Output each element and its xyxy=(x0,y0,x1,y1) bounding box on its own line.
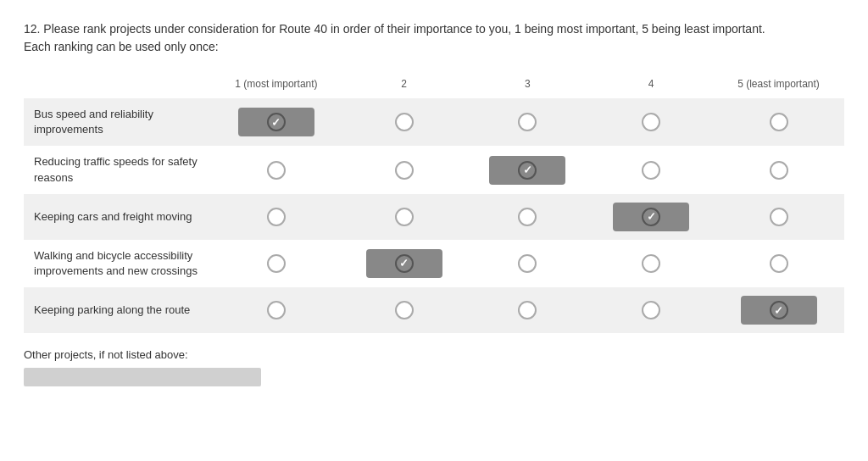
radio-cell-row3-col2[interactable]: ✓ xyxy=(342,240,466,287)
radio-unselected-icon xyxy=(642,113,660,131)
radio-cell-row0-col3[interactable] xyxy=(466,98,590,146)
radio-unselected-icon xyxy=(395,161,414,180)
radio-cell-row4-col2[interactable] xyxy=(342,287,466,333)
radio-plain-row3-col5[interactable] xyxy=(720,254,837,273)
radio-cell-row2-col4[interactable]: ✓ xyxy=(589,194,713,240)
radio-cell-row4-col3[interactable] xyxy=(466,287,590,333)
radio-plain-row4-col4[interactable] xyxy=(596,301,706,319)
radio-cell-row2-col3[interactable] xyxy=(466,194,590,240)
radio-cell-row2-col5[interactable] xyxy=(713,194,844,240)
radio-unselected-icon xyxy=(395,301,414,319)
radio-pill-row0-col1[interactable]: ✓ xyxy=(217,108,336,136)
radio-cell-row1-col1[interactable] xyxy=(210,146,342,193)
radio-plain-row4-col2[interactable] xyxy=(349,301,459,319)
radio-plain-row0-col2[interactable] xyxy=(349,113,459,131)
radio-plain-row0-col4[interactable] xyxy=(596,113,706,131)
radio-pill-row4-col5[interactable]: ✓ xyxy=(720,296,837,325)
radio-cell-row0-col4[interactable] xyxy=(589,98,713,146)
table-row: Keeping parking along the route✓ xyxy=(24,287,844,333)
other-label: Other projects, if not listed above: xyxy=(24,348,844,361)
radio-plain-row4-col3[interactable] xyxy=(473,301,583,319)
radio-plain-row4-col1[interactable] xyxy=(217,301,336,319)
radio-unselected-icon xyxy=(267,301,286,319)
ranking-table: 1 (most important)2345 (least important)… xyxy=(24,73,844,333)
radio-plain-row3-col1[interactable] xyxy=(217,254,336,273)
radio-cell-row0-col1[interactable]: ✓ xyxy=(210,98,342,146)
radio-plain-row0-col5[interactable] xyxy=(720,113,837,131)
column-header-1: 1 (most important) xyxy=(210,73,342,98)
radio-unselected-icon xyxy=(267,254,286,273)
radio-cell-row3-col3[interactable] xyxy=(466,240,590,287)
radio-cell-row0-col2[interactable] xyxy=(342,98,466,146)
radio-unselected-icon xyxy=(770,161,788,180)
radio-cell-row3-col4[interactable] xyxy=(589,240,713,287)
radio-plain-row2-col2[interactable] xyxy=(349,208,459,226)
other-input-bar[interactable] xyxy=(24,368,261,386)
pill-box[interactable]: ✓ xyxy=(238,108,314,136)
radio-plain-row1-col4[interactable] xyxy=(596,161,706,180)
row-label-0: Bus speed and reliability improvements xyxy=(24,98,210,146)
row-label-1: Reducing traffic speeds for safety reaso… xyxy=(24,146,210,193)
column-header-2: 2 xyxy=(342,73,466,98)
radio-cell-row2-col2[interactable] xyxy=(342,194,466,240)
radio-pill-row2-col4[interactable]: ✓ xyxy=(596,203,706,231)
checkmark-icon: ✓ xyxy=(399,258,409,269)
row-label-2: Keeping cars and freight moving xyxy=(24,194,210,240)
radio-selected-icon: ✓ xyxy=(267,113,286,131)
column-header-5: 5 (least important) xyxy=(713,73,844,98)
pill-box[interactable]: ✓ xyxy=(613,203,689,231)
radio-plain-row2-col5[interactable] xyxy=(720,208,837,226)
radio-unselected-icon xyxy=(770,208,788,226)
radio-unselected-icon xyxy=(642,161,660,180)
radio-selected-icon: ✓ xyxy=(395,254,414,273)
column-header-3: 3 xyxy=(466,73,590,98)
checkmark-icon: ✓ xyxy=(271,117,281,128)
radio-unselected-icon xyxy=(770,254,788,273)
checkmark-icon: ✓ xyxy=(647,211,656,222)
radio-cell-row4-col5[interactable]: ✓ xyxy=(713,287,844,333)
table-row: Keeping cars and freight moving✓ xyxy=(24,194,844,240)
radio-cell-row1-col3[interactable]: ✓ xyxy=(466,146,590,193)
radio-plain-row0-col3[interactable] xyxy=(473,113,583,131)
radio-unselected-icon xyxy=(395,113,414,131)
column-header-label xyxy=(24,73,210,98)
radio-plain-row1-col2[interactable] xyxy=(349,161,459,180)
checkmark-icon: ✓ xyxy=(774,305,783,316)
radio-unselected-icon xyxy=(518,113,537,131)
radio-unselected-icon xyxy=(267,161,286,180)
radio-cell-row2-col1[interactable] xyxy=(210,194,342,240)
question-text: 12. Please rank projects under considera… xyxy=(24,20,787,56)
radio-unselected-icon xyxy=(518,301,537,319)
radio-selected-icon: ✓ xyxy=(518,161,537,180)
radio-selected-icon: ✓ xyxy=(642,208,660,226)
radio-plain-row3-col4[interactable] xyxy=(596,254,706,273)
radio-unselected-icon xyxy=(395,208,414,226)
radio-unselected-icon xyxy=(267,208,286,226)
row-label-3: Walking and bicycle accessibility improv… xyxy=(24,240,210,287)
radio-plain-row3-col3[interactable] xyxy=(473,254,583,273)
radio-pill-row3-col2[interactable]: ✓ xyxy=(349,249,459,278)
radio-plain-row1-col5[interactable] xyxy=(720,161,837,180)
radio-cell-row1-col5[interactable] xyxy=(713,146,844,193)
radio-unselected-icon xyxy=(770,113,788,131)
radio-selected-icon: ✓ xyxy=(770,301,788,319)
radio-cell-row3-col5[interactable] xyxy=(713,240,844,287)
table-row: Bus speed and reliability improvements✓ xyxy=(24,98,844,146)
radio-cell-row0-col5[interactable] xyxy=(713,98,844,146)
radio-unselected-icon xyxy=(518,208,537,226)
radio-plain-row2-col1[interactable] xyxy=(217,208,336,226)
radio-cell-row1-col2[interactable] xyxy=(342,146,466,193)
radio-plain-row2-col3[interactable] xyxy=(473,208,583,226)
table-row: Walking and bicycle accessibility improv… xyxy=(24,240,844,287)
radio-cell-row1-col4[interactable] xyxy=(589,146,713,193)
radio-unselected-icon xyxy=(642,254,660,273)
pill-box[interactable]: ✓ xyxy=(489,156,565,185)
radio-cell-row4-col1[interactable] xyxy=(210,287,342,333)
radio-unselected-icon xyxy=(518,254,537,273)
radio-pill-row1-col3[interactable]: ✓ xyxy=(473,156,583,185)
pill-box[interactable]: ✓ xyxy=(741,296,817,325)
pill-box[interactable]: ✓ xyxy=(366,249,442,278)
radio-cell-row4-col4[interactable] xyxy=(589,287,713,333)
radio-plain-row1-col1[interactable] xyxy=(217,161,336,180)
radio-cell-row3-col1[interactable] xyxy=(210,240,342,287)
